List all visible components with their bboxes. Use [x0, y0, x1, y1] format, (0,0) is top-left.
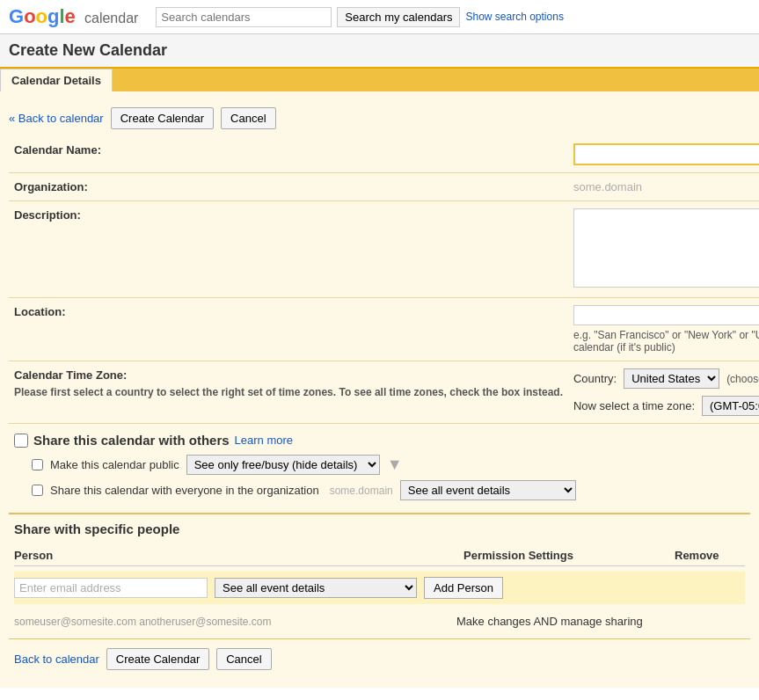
- description-label: Description:: [9, 201, 568, 298]
- location-value-cell: e.g. "San Francisco" or "New York" or "U…: [568, 298, 759, 361]
- share-header: Share this calendar with others Learn mo…: [14, 433, 745, 448]
- col-person-header: Person: [14, 549, 463, 562]
- calendar-name-row: Calendar Name:: [9, 136, 759, 173]
- country-hint: (choose a different country to see other…: [726, 373, 759, 385]
- description-textarea[interactable]: [573, 208, 759, 288]
- logo-area: Google calendar: [9, 5, 138, 28]
- cancel-button-top[interactable]: Cancel: [221, 107, 275, 129]
- page-title: Create New Calendar: [9, 41, 167, 59]
- existing-person-emails: someuser@somesite.com anotheruser@somesi…: [14, 616, 449, 628]
- share-specific-title: Share with specific people: [14, 521, 745, 536]
- location-row: Location: e.g. "San Francisco" or "New Y…: [9, 298, 759, 361]
- country-select[interactable]: United States: [624, 368, 719, 389]
- share-org-checkbox[interactable]: [32, 485, 43, 496]
- top-action-row: « Back to calendar Create Calendar Cance…: [9, 100, 750, 136]
- main-content: Calendar Details « Back to calendar Crea…: [0, 69, 759, 688]
- col-perm-header: Permission Settings: [463, 549, 675, 562]
- calendar-name-value-cell: [568, 136, 759, 173]
- form-table: Calendar Name: Organization: some.domain…: [9, 136, 759, 424]
- share-specific-section: Share with specific people Person Permis…: [9, 513, 750, 638]
- timezone-desc: Please first select a country to select …: [14, 385, 563, 400]
- organization-value-cell: some.domain: [568, 173, 759, 201]
- col-remove-header: Remove: [675, 549, 745, 562]
- timezone-label: Calendar Time Zone:: [14, 368, 563, 382]
- calendar-name-label: Calendar Name:: [9, 136, 568, 173]
- share-main-checkbox[interactable]: [14, 434, 28, 448]
- make-public-dropdown-icon: ▼: [387, 456, 403, 474]
- location-input[interactable]: [573, 305, 759, 325]
- search-button[interactable]: Search my calendars: [337, 7, 460, 27]
- timezone-row: Calendar Time Zone: Please first select …: [9, 361, 759, 424]
- tab-bar: Calendar Details: [0, 69, 759, 91]
- now-select-label: Now select a time zone:: [573, 399, 695, 412]
- timezone-label-cell: Calendar Time Zone: Please first select …: [9, 361, 568, 424]
- timezone-select[interactable]: (GMT-05:00) Eastern Time: [702, 396, 759, 416]
- tab-calendar-details[interactable]: Calendar Details: [0, 69, 113, 91]
- add-person-button[interactable]: Add Person: [424, 577, 503, 599]
- existing-person-perm: Make changes AND manage sharing: [456, 615, 668, 628]
- share-org-row: Share this calendar with everyone in the…: [32, 480, 745, 500]
- description-value-cell: [568, 201, 759, 298]
- make-public-perm-select[interactable]: See only free/busy (hide details): [186, 455, 380, 475]
- bottom-action-row: Back to calendar Create Calendar Cancel: [9, 638, 750, 679]
- people-table-header: Person Permission Settings Remove: [14, 545, 745, 566]
- header: Google calendar Search my calendars Show…: [0, 0, 759, 34]
- share-org-label: Share this calendar with everyone in the…: [50, 484, 319, 497]
- country-label: Country:: [573, 372, 617, 385]
- make-public-label: Make this calendar public: [50, 458, 179, 471]
- calendar-name-input[interactable]: [573, 143, 759, 165]
- share-org-perm-select[interactable]: See all event details: [400, 480, 576, 500]
- search-area: Search my calendars Show search options: [156, 7, 564, 27]
- share-org-name: some.domain: [330, 485, 393, 497]
- create-calendar-button-bottom[interactable]: Create Calendar: [106, 648, 209, 670]
- timezone-value-cell: Country: United States (choose a differe…: [568, 361, 759, 424]
- content-area: « Back to calendar Create Calendar Cance…: [0, 91, 759, 688]
- location-hint: e.g. "San Francisco" or "New York" or "U…: [573, 329, 759, 354]
- create-calendar-button-top[interactable]: Create Calendar: [111, 107, 214, 129]
- timezone-inner: Country: United States (choose a differe…: [573, 368, 759, 416]
- share-section: Share this calendar with others Learn mo…: [9, 424, 750, 513]
- make-public-checkbox[interactable]: [32, 459, 43, 470]
- now-select-row: Now select a time zone: (GMT-05:00) East…: [573, 396, 759, 416]
- organization-row: Organization: some.domain: [9, 173, 759, 201]
- add-person-row: See all event detailsSee only free/busy …: [14, 572, 745, 604]
- existing-person-row: someuser@somesite.com anotheruser@somesi…: [14, 611, 745, 631]
- organization-value: some.domain: [573, 180, 642, 193]
- back-to-calendar-link-bottom[interactable]: Back to calendar: [14, 653, 99, 666]
- share-title: Share this calendar with others: [33, 433, 230, 448]
- learn-more-link[interactable]: Learn more: [235, 434, 293, 447]
- page-title-bar: Create New Calendar: [0, 34, 759, 69]
- google-logo: Google calendar: [9, 5, 138, 28]
- show-search-options-link[interactable]: Show search options: [465, 11, 563, 23]
- cancel-button-bottom[interactable]: Cancel: [216, 648, 271, 670]
- location-label: Location:: [9, 298, 568, 361]
- email-input[interactable]: [14, 578, 208, 598]
- organization-label: Organization:: [9, 173, 568, 201]
- description-row: Description:: [9, 201, 759, 298]
- search-input[interactable]: [156, 7, 332, 27]
- add-person-perm-select[interactable]: See all event detailsSee only free/busy …: [215, 578, 417, 598]
- back-to-calendar-link-top[interactable]: « Back to calendar: [9, 112, 104, 125]
- make-public-row: Make this calendar public See only free/…: [32, 455, 745, 475]
- country-row: Country: United States (choose a differe…: [573, 368, 759, 389]
